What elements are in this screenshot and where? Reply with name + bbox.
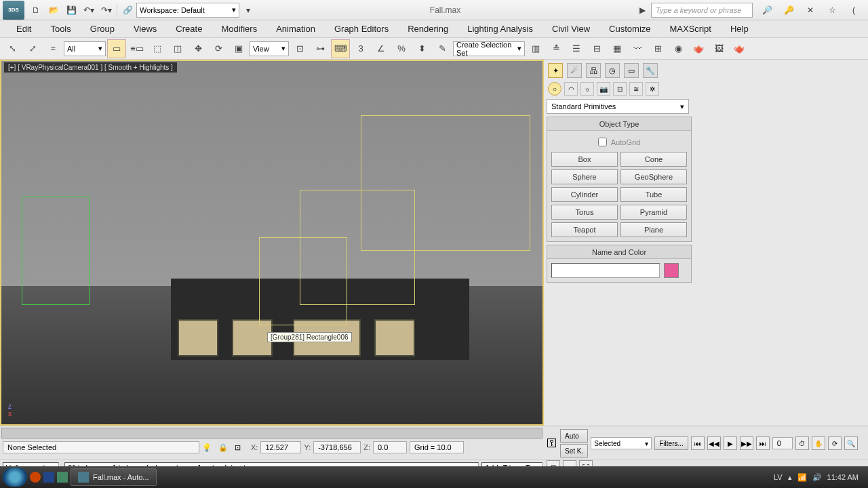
time-config-icon[interactable]: ⏱ <box>795 436 809 450</box>
primitive-teapot-button[interactable]: Teapot <box>551 222 618 237</box>
mirror-icon[interactable]: ▥ <box>526 39 545 58</box>
menu-animation[interactable]: Animation <box>267 21 325 37</box>
rectangular-region-icon[interactable]: ⬚ <box>148 39 167 58</box>
object-name-input[interactable] <box>551 263 660 278</box>
ref-coord-dropdown[interactable]: View▾ <box>250 41 289 56</box>
menu-views[interactable]: Views <box>124 21 166 37</box>
zoom-icon[interactable]: 🔍 <box>844 436 858 450</box>
primitive-box-button[interactable]: Box <box>551 152 618 167</box>
systems-icon[interactable]: ✲ <box>646 82 659 96</box>
layers-icon[interactable]: ☰ <box>567 39 586 58</box>
y-coord-field[interactable]: -3718,656 <box>313 441 361 453</box>
selection-filter-dropdown[interactable]: All▾ <box>64 41 106 56</box>
binoculars-icon[interactable]: 🔎 <box>758 1 776 19</box>
schematic-icon[interactable]: ⊞ <box>648 39 667 58</box>
link-icon[interactable]: 🔗 <box>119 1 136 19</box>
key-filter-dropdown[interactable]: Selected▾ <box>591 437 652 449</box>
tray-volume-icon[interactable]: 🔊 <box>812 473 822 482</box>
helpers-icon[interactable]: ⊡ <box>613 82 627 96</box>
start-button[interactable] <box>3 468 27 487</box>
isolate-icon[interactable]: ⊡ <box>235 443 248 452</box>
time-slider[interactable] <box>1 428 542 439</box>
pivot-icon[interactable]: ⊡ <box>290 39 309 58</box>
window-crossing-icon[interactable]: ◫ <box>168 39 187 58</box>
set-key-button[interactable]: Set K. <box>560 444 588 458</box>
goto-start-icon[interactable]: ⏮ <box>691 436 705 450</box>
rollup-header-name-color[interactable]: Name and Color <box>547 245 691 259</box>
category-dropdown[interactable]: Standard Primitives▾ <box>547 99 689 114</box>
tray-clock[interactable]: 11:42 AM <box>827 473 859 481</box>
x-coord-field[interactable]: 12.527 <box>260 441 301 453</box>
layer-manager-icon[interactable]: ⊟ <box>587 39 606 58</box>
cameras-icon[interactable]: 📷 <box>597 82 610 96</box>
menu-civil-view[interactable]: Civil View <box>542 21 599 37</box>
select-object-icon[interactable]: ▭ <box>107 39 126 58</box>
menu-create[interactable]: Create <box>166 21 212 37</box>
render-icon[interactable]: 🫖 <box>730 39 749 58</box>
snap-toggle-icon[interactable]: 3 <box>351 39 370 58</box>
auto-key-button[interactable]: Auto <box>560 429 588 443</box>
menu-tools[interactable]: Tools <box>41 21 80 37</box>
lights-icon[interactable]: ☼ <box>580 82 594 96</box>
spacewarps-icon[interactable]: ≋ <box>629 82 643 96</box>
angle-snap-icon[interactable]: ∠ <box>372 39 391 58</box>
object-color-swatch[interactable] <box>664 263 679 278</box>
key-icon[interactable]: 🔑 <box>780 1 797 19</box>
new-icon[interactable]: 🗋 <box>27 1 45 19</box>
bind-space-warp-icon[interactable]: ≈ <box>43 39 62 58</box>
move-icon[interactable]: ✥ <box>189 39 208 58</box>
create-tab-icon[interactable]: ✦ <box>548 63 563 78</box>
z-coord-field[interactable]: 0.0 <box>373 441 407 453</box>
unlink-icon[interactable]: ⤢ <box>23 39 42 58</box>
tray-flag-icon[interactable]: ▴ <box>788 473 792 482</box>
primitive-cone-button[interactable]: Cone <box>620 152 687 167</box>
menu-edit[interactable]: Edit <box>7 21 41 37</box>
scale-icon[interactable]: ▣ <box>229 39 248 58</box>
tray-lang[interactable]: LV <box>774 473 783 481</box>
render-setup-icon[interactable]: 🫖 <box>689 39 708 58</box>
app-icon[interactable]: 3DS <box>3 1 24 20</box>
rotate-icon[interactable]: ⟳ <box>209 39 228 58</box>
menu-graph-editors[interactable]: Graph Editors <box>325 21 398 37</box>
help-search-input[interactable]: Type a keyword or phrase <box>651 3 753 18</box>
taskbar-firefox-icon[interactable] <box>30 472 41 483</box>
menu-rendering[interactable]: Rendering <box>398 21 458 37</box>
workspace-menu-icon[interactable]: ▾ <box>239 1 257 19</box>
taskbar-photoshop-icon[interactable] <box>43 472 54 483</box>
manipulate-icon[interactable]: ⊶ <box>311 39 330 58</box>
tray-network-icon[interactable]: 📶 <box>797 473 807 482</box>
pan-icon[interactable]: ✋ <box>812 436 825 450</box>
viewport[interactable]: [+] [ VRayPhysicalCamera001 ] [ Smooth +… <box>0 60 544 426</box>
autogrid-checkbox[interactable] <box>598 138 607 146</box>
primitive-plane-button[interactable]: Plane <box>620 222 687 237</box>
primitive-tube-button[interactable]: Tube <box>620 187 687 202</box>
curve-editor-icon[interactable]: 〰 <box>628 39 647 58</box>
next-frame-icon[interactable]: ▶▶ <box>740 436 753 450</box>
exchange-icon[interactable]: ✕ <box>802 1 819 19</box>
primitive-sphere-button[interactable]: Sphere <box>551 169 618 184</box>
spinner-snap-icon[interactable]: ⬍ <box>412 39 431 58</box>
key-mode-icon[interactable]: ⚿ <box>547 437 557 449</box>
edit-named-sel-icon[interactable]: ✎ <box>433 39 452 58</box>
current-frame-field[interactable]: 0 <box>772 437 793 449</box>
select-link-icon[interactable]: ⤡ <box>3 39 22 58</box>
select-by-name-icon[interactable]: ≡▭ <box>127 39 146 58</box>
keyboard-shortcut-icon[interactable]: ⌨ <box>331 39 350 58</box>
menu-group[interactable]: Group <box>81 21 124 37</box>
save-icon[interactable]: 💾 <box>62 1 80 19</box>
hierarchy-tab-icon[interactable]: 品 <box>586 63 601 78</box>
undo-icon[interactable]: ↶▾ <box>80 1 98 19</box>
percent-snap-icon[interactable]: % <box>392 39 411 58</box>
graphite-icon[interactable]: ▦ <box>608 39 627 58</box>
rollup-header-object-type[interactable]: Object Type <box>547 117 691 131</box>
favorite-icon[interactable]: ☆ <box>823 1 841 19</box>
menu-help[interactable]: Help <box>721 21 758 37</box>
help-icon[interactable]: ( <box>845 1 863 19</box>
modify-tab-icon[interactable]: ☄ <box>567 63 582 78</box>
menu-modifiers[interactable]: Modifiers <box>212 21 267 37</box>
utilities-tab-icon[interactable]: 🔧 <box>643 63 658 78</box>
render-frame-icon[interactable]: 🖼 <box>709 39 728 58</box>
workspace-dropdown[interactable]: Workspace: Default▾ <box>136 3 239 18</box>
menu-lighting-analysis[interactable]: Lighting Analysis <box>458 21 542 37</box>
search-go-icon[interactable]: ▶ <box>633 1 651 19</box>
